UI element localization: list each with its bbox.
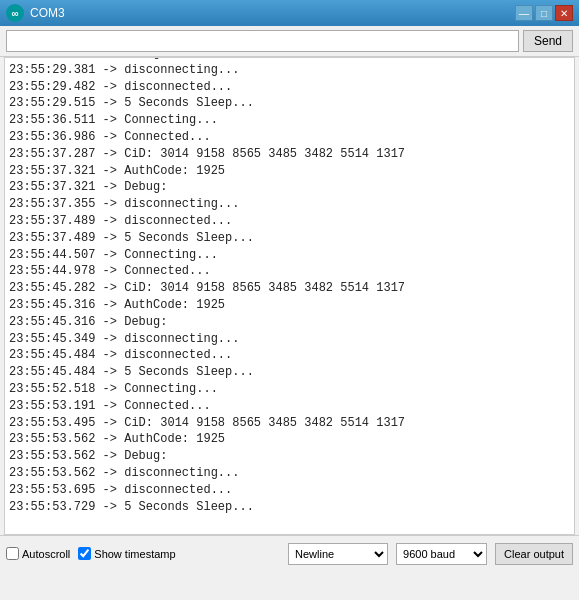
output-line: 23:55:53.729 -> 5 Seconds Sleep... — [9, 499, 570, 516]
output-line: 23:55:44.507 -> Connecting... — [9, 247, 570, 264]
title-bar-controls: — □ ✕ — [515, 5, 573, 21]
output-line: 23:55:37.355 -> disconnecting... — [9, 196, 570, 213]
output-line: 23:55:45.484 -> disconnected... — [9, 347, 570, 364]
newline-select[interactable]: Newline No line ending Carriage return B… — [288, 543, 388, 565]
autoscroll-checkbox[interactable] — [6, 547, 19, 560]
maximize-button[interactable]: □ — [535, 5, 553, 21]
output-area[interactable]: 23:55:29.012 -> Connected...23:55:29.280… — [4, 57, 575, 535]
autoscroll-label: Autoscroll — [22, 548, 70, 560]
output-line: 23:55:45.484 -> 5 Seconds Sleep... — [9, 364, 570, 381]
output-line: 23:55:53.562 -> AuthCode: 1925 — [9, 431, 570, 448]
arduino-logo-icon: ∞ — [6, 4, 24, 22]
output-line: 23:55:37.489 -> disconnected... — [9, 213, 570, 230]
output-line: 23:55:53.695 -> disconnected... — [9, 482, 570, 499]
output-line: 23:55:36.511 -> Connecting... — [9, 112, 570, 129]
serial-input[interactable] — [6, 30, 519, 52]
output-line: 23:55:29.482 -> disconnected... — [9, 79, 570, 96]
show-timestamp-checkbox[interactable] — [78, 547, 91, 560]
output-line: 23:55:29.515 -> 5 Seconds Sleep... — [9, 95, 570, 112]
show-timestamp-label: Show timestamp — [94, 548, 175, 560]
output-line: 23:55:37.321 -> AuthCode: 1925 — [9, 163, 570, 180]
output-line: 23:55:53.191 -> Connected... — [9, 398, 570, 415]
output-line: 23:55:52.518 -> Connecting... — [9, 381, 570, 398]
autoscroll-group[interactable]: Autoscroll — [6, 547, 70, 560]
output-line: 23:55:45.316 -> Debug: — [9, 314, 570, 331]
output-line: 23:55:45.316 -> AuthCode: 1925 — [9, 297, 570, 314]
output-line: 23:55:45.349 -> disconnecting... — [9, 331, 570, 348]
clear-output-button[interactable]: Clear output — [495, 543, 573, 565]
status-bar: Autoscroll Show timestamp Newline No lin… — [0, 535, 579, 571]
input-bar: Send — [0, 26, 579, 57]
output-line: 23:55:53.562 -> Debug: — [9, 448, 570, 465]
output-line: 23:55:53.495 -> CiD: 3014 9158 8565 3485… — [9, 415, 570, 432]
output-line: 23:55:53.562 -> disconnecting... — [9, 465, 570, 482]
output-line: 23:55:45.282 -> CiD: 3014 9158 8565 3485… — [9, 280, 570, 297]
show-timestamp-group[interactable]: Show timestamp — [78, 547, 175, 560]
output-line: 23:55:29.381 -> disconnecting... — [9, 62, 570, 79]
output-line: 23:55:36.986 -> Connected... — [9, 129, 570, 146]
title-bar: ∞ COM3 — □ ✕ — [0, 0, 579, 26]
output-line: 23:55:37.287 -> CiD: 3014 9158 8565 3485… — [9, 146, 570, 163]
output-line: 23:55:37.489 -> 5 Seconds Sleep... — [9, 230, 570, 247]
minimize-button[interactable]: — — [515, 5, 533, 21]
close-button[interactable]: ✕ — [555, 5, 573, 21]
output-line: 23:55:44.978 -> Connected... — [9, 263, 570, 280]
baud-rate-select[interactable]: 300 baud 1200 baud 2400 baud 4800 baud 9… — [396, 543, 487, 565]
output-lines: 23:55:29.012 -> Connected...23:55:29.280… — [9, 57, 570, 515]
output-line: 23:55:37.321 -> Debug: — [9, 179, 570, 196]
send-button[interactable]: Send — [523, 30, 573, 52]
title-bar-left: ∞ COM3 — [6, 4, 65, 22]
window-title: COM3 — [30, 6, 65, 20]
